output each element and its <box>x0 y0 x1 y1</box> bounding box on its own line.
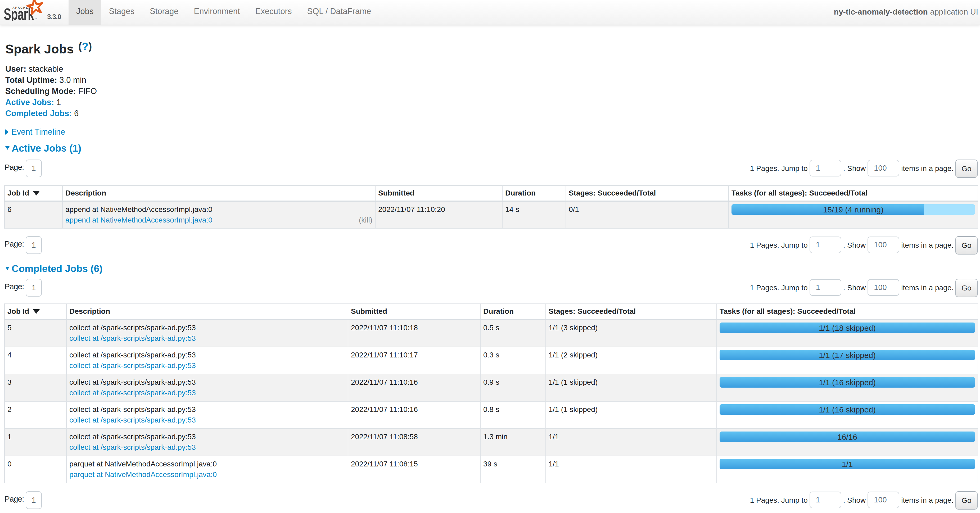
svg-text:™: ™ <box>35 17 37 21</box>
